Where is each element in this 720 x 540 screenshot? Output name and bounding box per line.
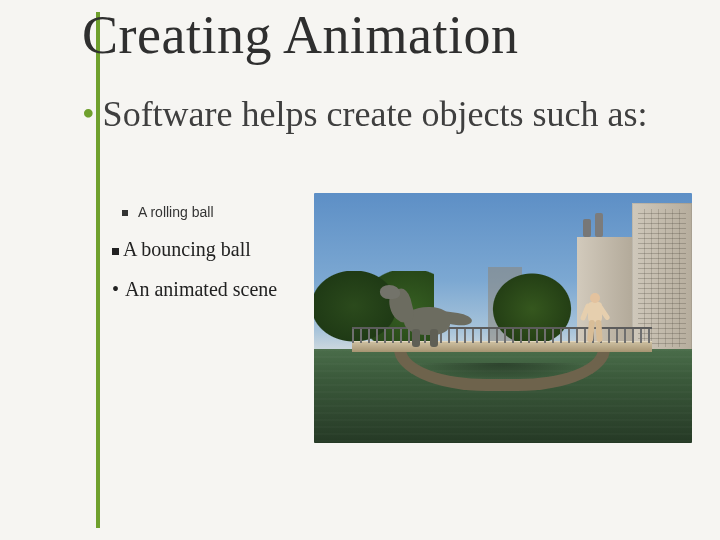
sub-bullet-scene-text: An animated scene <box>125 278 277 300</box>
sub-bullet-rolling-text: A rolling ball <box>138 204 214 220</box>
slide: Creating Animation •Software helps creat… <box>0 0 720 540</box>
person-icon <box>582 293 608 347</box>
main-bullet: •Software helps create objects such as: <box>82 90 700 139</box>
animated-scene-image <box>314 193 692 443</box>
square-bullet-icon <box>112 248 119 255</box>
sub-bullet-rolling: A rolling ball <box>122 204 214 220</box>
dinosaur-icon <box>386 289 466 349</box>
sub-bullet-bouncing-text: A bouncing ball <box>123 238 251 260</box>
slide-title: Creating Animation <box>82 4 518 66</box>
sub-bullet-scene: •An animated scene <box>112 278 277 301</box>
sub-bullet-bouncing: A bouncing ball <box>112 238 251 261</box>
bullet-dot-icon: • <box>82 94 95 134</box>
bullet-dot-icon: • <box>112 278 119 300</box>
square-bullet-icon <box>122 210 128 216</box>
main-bullet-text: Software helps create objects such as: <box>103 94 648 134</box>
